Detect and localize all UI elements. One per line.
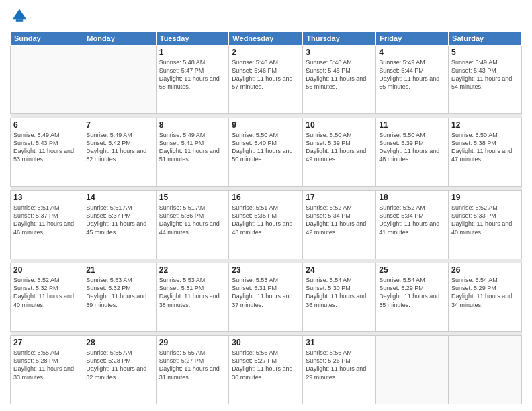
weekday-header: Friday bbox=[376, 32, 449, 46]
day-info: Sunrise: 5:55 AM Sunset: 5:28 PM Dayligh… bbox=[13, 349, 80, 381]
calendar-cell: 7Sunrise: 5:49 AM Sunset: 5:42 PM Daylig… bbox=[83, 118, 156, 187]
day-number: 21 bbox=[86, 265, 152, 275]
day-number: 3 bbox=[306, 48, 373, 57]
calendar-cell bbox=[449, 336, 522, 404]
day-number: 19 bbox=[451, 193, 519, 202]
calendar-cell: 28Sunrise: 5:55 AM Sunset: 5:28 PM Dayli… bbox=[83, 336, 156, 404]
day-number: 20 bbox=[13, 265, 80, 275]
day-number: 10 bbox=[306, 120, 373, 130]
day-number: 8 bbox=[159, 120, 226, 130]
day-number: 14 bbox=[86, 193, 152, 202]
calendar-cell: 1Sunrise: 5:48 AM Sunset: 5:47 PM Daylig… bbox=[156, 46, 229, 114]
day-number: 17 bbox=[306, 193, 373, 202]
calendar-week-row: 13Sunrise: 5:51 AM Sunset: 5:37 PM Dayli… bbox=[11, 191, 522, 259]
calendar-cell: 2Sunrise: 5:48 AM Sunset: 5:46 PM Daylig… bbox=[229, 46, 303, 114]
day-number: 22 bbox=[159, 265, 226, 275]
calendar-cell: 6Sunrise: 5:49 AM Sunset: 5:43 PM Daylig… bbox=[11, 118, 83, 187]
calendar-cell: 13Sunrise: 5:51 AM Sunset: 5:37 PM Dayli… bbox=[11, 191, 83, 259]
day-info: Sunrise: 5:50 AM Sunset: 5:40 PM Dayligh… bbox=[232, 131, 300, 164]
day-info: Sunrise: 5:51 AM Sunset: 5:36 PM Dayligh… bbox=[159, 203, 226, 236]
calendar-cell: 20Sunrise: 5:52 AM Sunset: 5:32 PM Dayli… bbox=[11, 263, 83, 332]
weekday-header: Sunday bbox=[11, 32, 83, 46]
day-number: 16 bbox=[232, 193, 300, 202]
calendar-cell: 15Sunrise: 5:51 AM Sunset: 5:36 PM Dayli… bbox=[156, 191, 229, 259]
logo-icon bbox=[10, 7, 29, 26]
day-info: Sunrise: 5:54 AM Sunset: 5:29 PM Dayligh… bbox=[451, 276, 519, 309]
page: SundayMondayTuesdayWednesdayThursdayFrid… bbox=[0, 0, 532, 411]
day-info: Sunrise: 5:52 AM Sunset: 5:34 PM Dayligh… bbox=[379, 203, 445, 236]
day-number: 6 bbox=[13, 120, 80, 130]
calendar-week-row: 27Sunrise: 5:55 AM Sunset: 5:28 PM Dayli… bbox=[11, 336, 522, 404]
calendar-cell: 25Sunrise: 5:54 AM Sunset: 5:29 PM Dayli… bbox=[376, 263, 449, 332]
calendar-week-row: 6Sunrise: 5:49 AM Sunset: 5:43 PM Daylig… bbox=[11, 118, 522, 187]
calendar-cell: 27Sunrise: 5:55 AM Sunset: 5:28 PM Dayli… bbox=[11, 336, 83, 404]
calendar-cell: 14Sunrise: 5:51 AM Sunset: 5:37 PM Dayli… bbox=[83, 191, 156, 259]
calendar-cell: 19Sunrise: 5:52 AM Sunset: 5:33 PM Dayli… bbox=[449, 191, 522, 259]
calendar-cell: 24Sunrise: 5:54 AM Sunset: 5:30 PM Dayli… bbox=[303, 263, 376, 332]
day-info: Sunrise: 5:54 AM Sunset: 5:30 PM Dayligh… bbox=[306, 276, 373, 309]
day-info: Sunrise: 5:49 AM Sunset: 5:43 PM Dayligh… bbox=[451, 58, 519, 91]
calendar-cell: 8Sunrise: 5:49 AM Sunset: 5:41 PM Daylig… bbox=[156, 118, 229, 187]
weekday-header: Tuesday bbox=[156, 32, 229, 46]
day-info: Sunrise: 5:53 AM Sunset: 5:31 PM Dayligh… bbox=[159, 276, 226, 309]
calendar-cell: 11Sunrise: 5:50 AM Sunset: 5:39 PM Dayli… bbox=[376, 118, 449, 187]
header bbox=[10, 7, 522, 26]
day-info: Sunrise: 5:50 AM Sunset: 5:38 PM Dayligh… bbox=[451, 131, 519, 164]
day-info: Sunrise: 5:50 AM Sunset: 5:39 PM Dayligh… bbox=[306, 131, 373, 164]
calendar-cell: 26Sunrise: 5:54 AM Sunset: 5:29 PM Dayli… bbox=[449, 263, 522, 332]
calendar-cell bbox=[376, 336, 449, 404]
weekday-header: Thursday bbox=[303, 32, 376, 46]
weekday-header: Monday bbox=[83, 32, 156, 46]
calendar-week-row: 20Sunrise: 5:52 AM Sunset: 5:32 PM Dayli… bbox=[11, 263, 522, 332]
day-info: Sunrise: 5:52 AM Sunset: 5:34 PM Dayligh… bbox=[306, 203, 373, 236]
calendar-cell: 22Sunrise: 5:53 AM Sunset: 5:31 PM Dayli… bbox=[156, 263, 229, 332]
day-info: Sunrise: 5:52 AM Sunset: 5:33 PM Dayligh… bbox=[451, 203, 519, 236]
weekday-header-row: SundayMondayTuesdayWednesdayThursdayFrid… bbox=[11, 32, 522, 46]
day-number: 24 bbox=[306, 265, 373, 275]
calendar-cell: 21Sunrise: 5:53 AM Sunset: 5:32 PM Dayli… bbox=[83, 263, 156, 332]
day-number: 12 bbox=[451, 120, 519, 130]
day-info: Sunrise: 5:51 AM Sunset: 5:37 PM Dayligh… bbox=[86, 203, 152, 236]
day-info: Sunrise: 5:49 AM Sunset: 5:42 PM Dayligh… bbox=[86, 131, 152, 164]
day-info: Sunrise: 5:53 AM Sunset: 5:32 PM Dayligh… bbox=[86, 276, 152, 309]
calendar-cell: 9Sunrise: 5:50 AM Sunset: 5:40 PM Daylig… bbox=[229, 118, 303, 187]
svg-marker-0 bbox=[13, 9, 27, 20]
calendar-cell: 29Sunrise: 5:55 AM Sunset: 5:27 PM Dayli… bbox=[156, 336, 229, 404]
calendar-cell bbox=[83, 46, 156, 114]
day-number: 7 bbox=[86, 120, 152, 130]
day-number: 31 bbox=[306, 338, 373, 347]
calendar-cell: 23Sunrise: 5:53 AM Sunset: 5:31 PM Dayli… bbox=[229, 263, 303, 332]
calendar-cell: 12Sunrise: 5:50 AM Sunset: 5:38 PM Dayli… bbox=[449, 118, 522, 187]
day-number: 15 bbox=[159, 193, 226, 202]
calendar-cell: 30Sunrise: 5:56 AM Sunset: 5:27 PM Dayli… bbox=[229, 336, 303, 404]
day-number: 30 bbox=[232, 338, 300, 347]
calendar-cell: 10Sunrise: 5:50 AM Sunset: 5:39 PM Dayli… bbox=[303, 118, 376, 187]
day-number: 5 bbox=[451, 48, 519, 57]
logo bbox=[10, 7, 32, 26]
day-number: 1 bbox=[159, 48, 226, 57]
day-number: 26 bbox=[451, 265, 519, 275]
calendar-cell: 31Sunrise: 5:56 AM Sunset: 5:26 PM Dayli… bbox=[303, 336, 376, 404]
calendar-cell: 3Sunrise: 5:48 AM Sunset: 5:45 PM Daylig… bbox=[303, 46, 376, 114]
day-info: Sunrise: 5:50 AM Sunset: 5:39 PM Dayligh… bbox=[379, 131, 445, 164]
day-number: 9 bbox=[232, 120, 300, 130]
day-info: Sunrise: 5:53 AM Sunset: 5:31 PM Dayligh… bbox=[232, 276, 300, 309]
day-number: 25 bbox=[379, 265, 445, 275]
day-info: Sunrise: 5:48 AM Sunset: 5:47 PM Dayligh… bbox=[159, 58, 226, 91]
day-info: Sunrise: 5:54 AM Sunset: 5:29 PM Dayligh… bbox=[379, 276, 445, 309]
day-number: 13 bbox=[13, 193, 80, 202]
day-info: Sunrise: 5:56 AM Sunset: 5:26 PM Dayligh… bbox=[306, 349, 373, 381]
day-info: Sunrise: 5:51 AM Sunset: 5:35 PM Dayligh… bbox=[232, 203, 300, 236]
calendar-cell: 17Sunrise: 5:52 AM Sunset: 5:34 PM Dayli… bbox=[303, 191, 376, 259]
calendar-cell bbox=[11, 46, 83, 114]
day-number: 27 bbox=[13, 338, 80, 347]
calendar-cell: 18Sunrise: 5:52 AM Sunset: 5:34 PM Dayli… bbox=[376, 191, 449, 259]
day-number: 18 bbox=[379, 193, 445, 202]
day-info: Sunrise: 5:55 AM Sunset: 5:27 PM Dayligh… bbox=[159, 349, 226, 381]
svg-rect-1 bbox=[16, 19, 24, 22]
day-info: Sunrise: 5:48 AM Sunset: 5:46 PM Dayligh… bbox=[232, 58, 300, 91]
day-number: 28 bbox=[86, 338, 152, 347]
day-info: Sunrise: 5:51 AM Sunset: 5:37 PM Dayligh… bbox=[13, 203, 80, 236]
calendar-cell: 16Sunrise: 5:51 AM Sunset: 5:35 PM Dayli… bbox=[229, 191, 303, 259]
day-number: 23 bbox=[232, 265, 300, 275]
